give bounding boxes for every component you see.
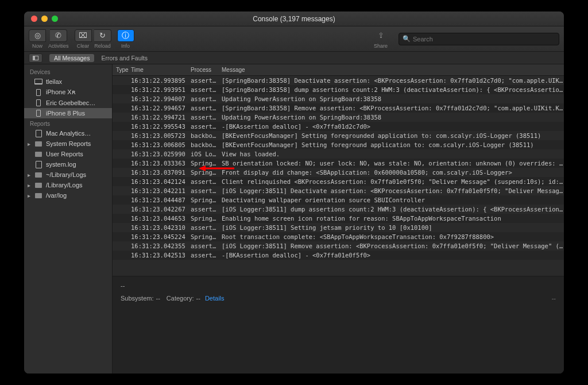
col-type[interactable]: Type bbox=[113, 67, 131, 73]
sidebar-device-1[interactable]: iPhone Xʀ bbox=[24, 87, 112, 98]
log-row[interactable]: 16:31:23.045224Spring…Root transaction c… bbox=[113, 232, 564, 241]
log-time-cell: 16:31:22.993951 bbox=[131, 86, 191, 93]
log-message-cell: Root transaction complete: <SBAppToAppWo… bbox=[222, 233, 564, 240]
filter-all-messages[interactable]: All Messages bbox=[49, 54, 94, 62]
log-process-cell: Spring… bbox=[191, 233, 222, 240]
sidebar-item-label: Eric Goebelbec… bbox=[46, 99, 95, 106]
content-pane: Type Time Process Message 16:31:22.99389… bbox=[113, 64, 564, 374]
log-message-cell: View has loaded. bbox=[222, 151, 564, 157]
folder-icon bbox=[34, 182, 42, 188]
log-row[interactable]: 16:31:23.006805backbo…[BKEventFocusManag… bbox=[113, 140, 564, 149]
log-row[interactable]: 16:31:23.042513assert…-[BKAssertion deal… bbox=[113, 251, 564, 260]
sidebar-report-0[interactable]: Mac Analytics… bbox=[24, 128, 112, 138]
log-row[interactable]: 16:31:23.042310assert…[iOS Logger:38511]… bbox=[113, 223, 564, 232]
share-button[interactable]: ⇪ Share bbox=[372, 29, 389, 49]
info-button[interactable]: ⓘ Info bbox=[117, 29, 134, 49]
zoom-icon[interactable] bbox=[52, 16, 58, 22]
col-time[interactable]: Time bbox=[131, 67, 191, 73]
log-row[interactable]: 16:31:23.033363Spring…SB orientation loc… bbox=[113, 159, 564, 168]
log-row[interactable]: 16:31:23.042355assert…[iOS Logger:38511]… bbox=[113, 241, 564, 251]
log-time-cell: 16:31:23.006805 bbox=[131, 141, 191, 148]
toolbar: ◎ Now ✆ Activities ⌧ Clear ↻ Reload ⓘ In… bbox=[24, 26, 564, 52]
sidebar-report-1[interactable]: ▸System Reports bbox=[24, 138, 112, 149]
log-time-cell: 16:31:23.042211 bbox=[131, 187, 191, 194]
log-time-cell: 16:31:23.044487 bbox=[131, 197, 191, 203]
clear-reload-group: ⌧ Clear ↻ Reload bbox=[75, 29, 111, 49]
sidebar-report-4[interactable]: ▸~/Library/Logs bbox=[24, 170, 112, 180]
log-columns-header: Type Time Process Message bbox=[113, 64, 564, 76]
sidebar-item-label: System Reports bbox=[46, 140, 91, 147]
log-row[interactable]: 16:31:23.044487Spring…Deactivating wallp… bbox=[113, 195, 564, 205]
log-row[interactable]: 16:31:23.044653Spring…Enabling home scre… bbox=[113, 214, 564, 223]
sidebar-device-2[interactable]: Eric Goebelbec… bbox=[24, 98, 112, 108]
sidebar-item-label: system.log bbox=[46, 161, 76, 168]
sidebar-report-6[interactable]: ▸/var/log bbox=[24, 190, 112, 201]
log-row[interactable]: 16:31:23.025990iOS Lo…View has loaded. bbox=[113, 149, 564, 159]
log-process-cell: assert… bbox=[191, 242, 222, 249]
reload-button[interactable]: ↻ Reload bbox=[94, 29, 111, 49]
log-process-cell: assert… bbox=[191, 178, 222, 185]
search-input[interactable] bbox=[413, 36, 555, 43]
log-row[interactable]: 16:31:23.005723backbo…[BKEventFocusManag… bbox=[113, 131, 564, 140]
log-row[interactable]: 16:31:23.042124assert…Client relinquishe… bbox=[113, 177, 564, 186]
share-icon: ⇪ bbox=[378, 31, 384, 40]
minimize-icon[interactable] bbox=[41, 16, 48, 22]
log-time-cell: 16:31:23.042355 bbox=[131, 242, 191, 249]
log-process-cell: Spring… bbox=[191, 169, 222, 176]
sidebar-report-3[interactable]: system.log bbox=[24, 159, 112, 170]
close-icon[interactable] bbox=[31, 16, 37, 22]
sidebar-toggle-button[interactable] bbox=[29, 53, 42, 63]
log-time-cell: 16:31:22.995543 bbox=[131, 123, 191, 130]
col-process[interactable]: Process bbox=[191, 67, 222, 73]
log-process-cell: assert… bbox=[191, 252, 222, 259]
sidebar-report-2[interactable]: User Reports bbox=[24, 149, 112, 159]
sidebar-item-label: User Reports bbox=[46, 151, 83, 157]
now-button[interactable]: ◎ Now bbox=[29, 29, 46, 49]
sidebar-report-5[interactable]: ▸/Library/Logs bbox=[24, 180, 112, 190]
log-body[interactable]: 16:31:22.993895assert…[SpringBoard:38358… bbox=[113, 76, 564, 276]
log-time-cell: 16:31:23.042267 bbox=[131, 206, 191, 213]
search-icon: 🔍 bbox=[403, 35, 411, 43]
category-value: -- bbox=[196, 295, 200, 302]
laptop-icon bbox=[34, 79, 42, 85]
sidebar-device-0[interactable]: tleilax bbox=[24, 76, 112, 87]
activities-button[interactable]: ✆ Activities bbox=[48, 29, 69, 49]
sidebar: Devices tleilaxiPhone XʀEric Goebelbec…i… bbox=[24, 64, 113, 374]
log-row[interactable]: 16:31:22.994007assert…Updating PowerAsse… bbox=[113, 94, 564, 103]
log-time-cell: 16:31:23.042124 bbox=[131, 178, 191, 185]
titlebar: Console (3,197 messages) bbox=[24, 11, 564, 26]
filter-errors-faults[interactable]: Errors and Faults bbox=[101, 55, 148, 61]
log-time-cell: 16:31:23.042310 bbox=[131, 224, 191, 231]
log-row[interactable]: 16:31:22.994657assert…[SpringBoard:38358… bbox=[113, 103, 564, 113]
log-time-cell: 16:31:23.037091 bbox=[131, 169, 191, 176]
filter-bar: All Messages Errors and Faults bbox=[24, 52, 564, 64]
log-row[interactable]: 16:31:22.995543assert…-[BKAssertion deal… bbox=[113, 122, 564, 131]
reports-list: Mac Analytics…▸System ReportsUser Report… bbox=[24, 128, 112, 201]
sidebar-item-label: /Library/Logs bbox=[46, 182, 83, 188]
sidebar-device-3[interactable]: iPhone 8 Plus bbox=[24, 108, 112, 118]
log-row[interactable]: 16:31:23.042211assert…[iOS Logger:38511]… bbox=[113, 186, 564, 195]
phone-icon: ✆ bbox=[55, 31, 61, 40]
col-message[interactable]: Message bbox=[222, 67, 564, 73]
chevron-right-icon: ▸ bbox=[28, 182, 30, 188]
reload-icon: ↻ bbox=[99, 31, 106, 40]
log-message-cell: Updating PowerAssertion on SpringBoard:3… bbox=[222, 95, 564, 102]
log-row[interactable]: 16:31:22.994721assert…Updating PowerAsse… bbox=[113, 113, 564, 122]
log-row[interactable]: 16:31:22.993895assert…[SpringBoard:38358… bbox=[113, 76, 564, 85]
info-icon: ⓘ bbox=[122, 30, 129, 41]
log-time-cell: 16:31:22.994007 bbox=[131, 95, 191, 102]
sidebar-item-label: Mac Analytics… bbox=[46, 130, 91, 137]
log-row[interactable]: 16:31:22.993951assert…[SpringBoard:38358… bbox=[113, 85, 564, 94]
traffic-lights bbox=[24, 16, 58, 22]
log-message-cell: Client relinquished <BKProcessAssertion:… bbox=[222, 178, 564, 185]
details-link[interactable]: Details bbox=[205, 295, 225, 302]
log-row[interactable]: 16:31:23.037091Spring…Front display did … bbox=[113, 168, 564, 177]
chevron-right-icon: ▸ bbox=[28, 172, 30, 178]
phone-icon bbox=[34, 110, 42, 117]
log-process-cell: Spring… bbox=[191, 215, 222, 222]
search-field[interactable]: 🔍 bbox=[399, 33, 559, 45]
devices-header: Devices bbox=[24, 67, 112, 76]
log-row[interactable]: 16:31:23.042267assert…[iOS Logger:38511]… bbox=[113, 205, 564, 214]
devices-list: tleilaxiPhone XʀEric Goebelbec…iPhone 8 … bbox=[24, 76, 112, 118]
clear-button[interactable]: ⌧ Clear bbox=[75, 29, 92, 49]
